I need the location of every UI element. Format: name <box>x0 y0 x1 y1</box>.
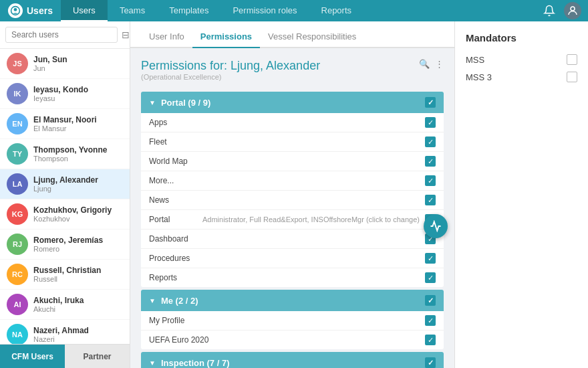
perm-checkbox[interactable] <box>425 272 436 283</box>
permissions-subtitle: (Operational Excellence) <box>141 73 320 81</box>
user-sub: Jun <box>33 64 123 72</box>
perm-checkbox[interactable] <box>425 175 436 186</box>
perm-label: World Map <box>149 157 425 166</box>
nav-tab-permission-roles[interactable]: Permission roles <box>220 0 309 21</box>
user-name: Jun, Sun <box>33 55 123 64</box>
app-title: Users <box>27 5 53 16</box>
user-info: Kozhukhov, Grigoriy Kozhukhov <box>33 205 123 223</box>
user-info: Thompson, Yvonne Thompson <box>33 145 123 163</box>
content-tabs: User Info Permissions Vessel Responsibil… <box>130 21 454 48</box>
user-list-item[interactable]: IK Ieyasu, Kondo Ieyasu <box>0 79 130 109</box>
permissions-user-name: Ljung, Alexander <box>231 59 320 72</box>
user-list-item[interactable]: NA Nazeri, Ahmad Nazeri <box>0 320 130 344</box>
chevron-icon: ▼ <box>149 359 156 367</box>
perm-checkbox[interactable] <box>425 195 436 205</box>
float-action-btn[interactable] <box>424 214 448 238</box>
permission-row: World Map <box>141 152 444 171</box>
user-info: Ieyasu, Kondo Ieyasu <box>33 85 123 102</box>
bell-icon[interactable] <box>540 1 559 20</box>
nav-actions <box>533 1 588 20</box>
section-header[interactable]: ▼ Portal (9 / 9) <box>141 92 444 113</box>
perm-checkbox[interactable] <box>425 253 436 264</box>
user-name: El Mansur, Noori <box>33 115 123 124</box>
perm-checkbox[interactable] <box>425 156 436 167</box>
perm-checkbox[interactable] <box>425 335 436 345</box>
section-label: Inspection (7 / 7) <box>161 358 230 368</box>
more-perm-icon[interactable]: ⋮ <box>435 59 444 69</box>
footer-tab-partner[interactable]: Partner <box>65 345 130 368</box>
perm-label: Dashboard <box>149 234 425 244</box>
top-nav: Users Users Teams Templates Permission r… <box>0 0 588 21</box>
user-sub: El Mansur <box>33 124 123 132</box>
user-list-item[interactable]: AI Akuchi, Iruka Akuchi <box>0 290 130 320</box>
nav-tabs: Users Teams Templates Permission roles R… <box>61 0 533 21</box>
avatar: EN <box>7 113 28 134</box>
user-sub: Russell <box>33 275 123 283</box>
section-header[interactable]: ▼ Inspection (7 / 7) <box>141 352 444 368</box>
user-sub: Ljung <box>33 185 123 193</box>
search-perm-icon[interactable]: 🔍 <box>419 59 430 69</box>
mandator-row: MSS <box>466 54 577 65</box>
avatar: RJ <box>7 234 28 255</box>
nav-tab-reports[interactable]: Reports <box>309 0 364 21</box>
user-sub: Ieyasu <box>33 94 123 102</box>
user-name: Russell, Christian <box>33 266 123 275</box>
perm-checkbox[interactable] <box>425 136 436 147</box>
avatar: LA <box>7 173 28 195</box>
section-checkbox[interactable] <box>425 357 436 368</box>
user-list-item[interactable]: LA Ljung, Alexander Ljung <box>0 169 130 199</box>
section-label: Me (2 / 2) <box>161 296 198 306</box>
mandators-title: Mandators <box>466 32 577 43</box>
footer-tab-cfm[interactable]: CFM Users <box>0 345 65 368</box>
permission-row: Apps <box>141 113 444 132</box>
mandators-panel: Mandators MSS MSS 3 <box>454 21 588 368</box>
perm-checkbox[interactable] <box>425 315 436 326</box>
filter-icon[interactable]: ⊟ <box>120 28 131 41</box>
permission-section: ▼ Inspection (7 / 7) Blog Administrator … <box>141 352 444 368</box>
section-label: Portal (9 / 9) <box>161 98 210 108</box>
nav-tab-users[interactable]: Users <box>61 0 108 21</box>
main-layout: ⊟ ↻ ＋ JS Jun, Sun Jun IK Ieyasu, Kondo I… <box>0 21 588 368</box>
permission-row: My Profile <box>141 311 444 331</box>
section-header[interactable]: ▼ Me (2 / 2) <box>141 290 444 311</box>
user-sub: Romero <box>33 245 123 253</box>
chevron-icon: ▼ <box>149 99 156 106</box>
tab-vessel-responsibilities[interactable]: Vessel Responsibilities <box>260 31 364 48</box>
user-name: Ljung, Alexander <box>33 175 123 185</box>
perm-hint[interactable]: Administrator, Full Read&Export, INSOffs… <box>202 215 420 223</box>
perm-label: Reports <box>149 273 425 282</box>
nav-tab-teams[interactable]: Teams <box>108 0 157 21</box>
tab-user-info[interactable]: User Info <box>141 31 192 48</box>
mandator-label: MSS 3 <box>466 72 492 82</box>
permission-row: News <box>141 191 444 210</box>
user-list-item[interactable]: RJ Romero, Jeremías Romero <box>0 229 130 260</box>
user-avatar-nav[interactable] <box>564 2 581 19</box>
section-checkbox[interactable] <box>425 295 436 306</box>
user-sub: Nazeri <box>33 335 123 343</box>
user-name: Romero, Jeremías <box>33 236 123 245</box>
avatar: NA <box>7 324 28 344</box>
perm-checkbox[interactable] <box>425 117 436 128</box>
search-input[interactable] <box>5 27 118 43</box>
mandator-checkbox[interactable] <box>567 54 577 65</box>
mandator-checkbox[interactable] <box>567 72 577 82</box>
user-list: JS Jun, Sun Jun IK Ieyasu, Kondo Ieyasu … <box>0 49 130 344</box>
svg-point-2 <box>571 7 575 11</box>
perm-label: Fleet <box>149 137 425 147</box>
user-list-item[interactable]: EN El Mansur, Noori El Mansur <box>0 109 130 139</box>
user-list-item[interactable]: RC Russell, Christian Russell <box>0 260 130 290</box>
section-checkbox[interactable] <box>425 97 436 108</box>
user-info: Jun, Sun Jun <box>33 55 123 72</box>
tab-permissions[interactable]: Permissions <box>192 31 260 48</box>
perm-label: More... <box>149 176 425 185</box>
avatar: TY <box>7 143 28 165</box>
user-info: Romero, Jeremías Romero <box>33 236 123 253</box>
user-info: Akuchi, Iruka Akuchi <box>33 296 123 313</box>
user-list-item[interactable]: KG Kozhukhov, Grigoriy Kozhukhov <box>0 199 130 229</box>
permission-row: Fleet <box>141 132 444 152</box>
nav-tab-templates[interactable]: Templates <box>157 0 220 21</box>
user-list-item[interactable]: TY Thompson, Yvonne Thompson <box>0 139 130 169</box>
user-list-item[interactable]: JS Jun, Sun Jun <box>0 49 130 79</box>
sidebar: ⊟ ↻ ＋ JS Jun, Sun Jun IK Ieyasu, Kondo I… <box>0 21 130 368</box>
permission-row: More... <box>141 171 444 191</box>
